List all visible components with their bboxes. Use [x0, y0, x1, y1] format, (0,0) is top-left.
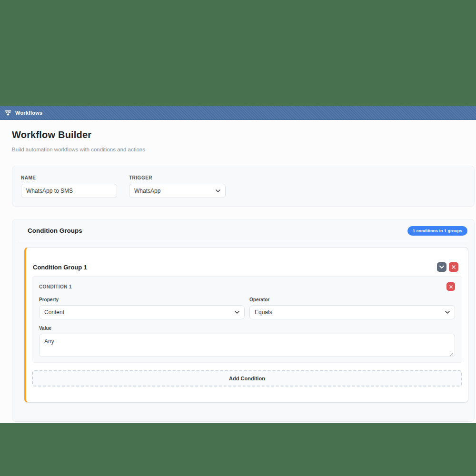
- resize-grip-icon[interactable]: [450, 352, 454, 356]
- workflow-name-input[interactable]: [21, 184, 117, 198]
- close-icon: [449, 285, 453, 288]
- trigger-label: TRIGGER: [129, 175, 226, 180]
- workflow-settings-panel: NAME TRIGGER WhatsApp: [12, 166, 475, 207]
- condition-label: CONDITION 1: [39, 284, 72, 289]
- operator-select-value: Equals: [255, 309, 272, 316]
- condition-header: CONDITION 1: [39, 282, 455, 291]
- trigger-select-value: WhatsApp: [134, 188, 160, 194]
- operator-field-group: Operator Equals: [249, 297, 455, 319]
- condition-groups-header: Condition Groups 1 conditions in 1 group…: [18, 219, 468, 242]
- property-label: Property: [39, 297, 245, 302]
- close-icon: [452, 265, 456, 269]
- condition-groups-panel: Condition Groups 1 conditions in 1 group…: [12, 219, 475, 422]
- condition-value-textarea[interactable]: Any: [39, 334, 455, 357]
- condition-group-card: Condition Group 1 COND: [24, 247, 468, 403]
- conditions-count-badge: 1 conditions in 1 groups: [407, 226, 467, 236]
- trigger-field-group: TRIGGER WhatsApp: [129, 175, 226, 198]
- value-field-group: Value Any: [39, 326, 455, 359]
- condition-groups-heading: Condition Groups: [28, 227, 82, 234]
- remove-group-button[interactable]: [449, 262, 458, 272]
- workflow-app-window: Workflows Workflow Builder Build automat…: [0, 106, 476, 423]
- operator-label: Operator: [249, 297, 455, 302]
- condition-box: CONDITION 1 Property Content: [32, 276, 462, 363]
- name-label: NAME: [21, 175, 117, 180]
- collapse-group-button[interactable]: [437, 262, 446, 272]
- value-label: Value: [39, 326, 455, 331]
- condition-group-header: Condition Group 1: [26, 248, 468, 276]
- trigger-select[interactable]: WhatsApp: [129, 184, 226, 198]
- navbar-brand-label: Workflows: [15, 110, 42, 116]
- chevron-down-icon: [439, 266, 444, 268]
- operator-select[interactable]: Equals: [249, 305, 455, 319]
- page-subtitle: Build automation workflows with conditio…: [12, 147, 145, 152]
- property-select-value: Content: [44, 309, 64, 316]
- navbar-brand[interactable]: Workflows: [5, 109, 42, 116]
- property-field-group: Property Content: [39, 297, 245, 319]
- sitemap-icon: [5, 109, 11, 116]
- top-navbar: Workflows: [0, 106, 476, 120]
- property-select[interactable]: Content: [39, 305, 245, 319]
- page-title: Workflow Builder: [12, 129, 91, 140]
- chevron-down-icon: [216, 189, 220, 192]
- add-condition-button[interactable]: Add Condition: [32, 370, 462, 387]
- group-header-actions: [437, 262, 458, 272]
- condition-group-title: Condition Group 1: [33, 264, 87, 271]
- name-field-group: NAME: [21, 175, 117, 198]
- chevron-down-icon: [235, 311, 239, 314]
- remove-condition-button[interactable]: [446, 282, 455, 291]
- chevron-down-icon: [445, 311, 450, 314]
